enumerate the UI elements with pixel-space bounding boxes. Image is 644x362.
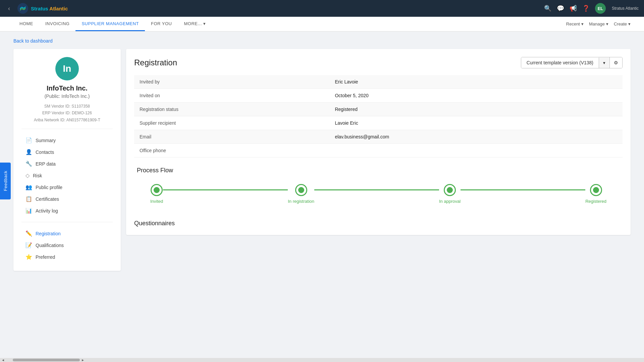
table-row: Invited on October 5, 2020 [134, 89, 623, 103]
recent-label: Recent [566, 21, 580, 26]
process-flow-title: Process Flow [137, 167, 620, 174]
flow-line-1 [163, 189, 288, 190]
flow-line-2 [314, 189, 439, 190]
flow-step-in-registration: In registration [288, 184, 314, 204]
logo-text: Stratus Atlantic [31, 6, 68, 11]
help-icon[interactable]: ❓ [582, 5, 590, 12]
template-dropdown-button[interactable]: ▾ [599, 58, 609, 68]
preferred-label: Preferred [36, 254, 55, 260]
template-chevron-icon: ▾ [603, 60, 605, 65]
sm-vendor-id: SM Vendor ID: S1107358 [21, 103, 113, 110]
sidebar-item-erp-data[interactable]: 🔧 ERP data [21, 158, 113, 170]
sidebar-item-preferred[interactable]: ⭐ Preferred [21, 251, 113, 263]
nav-for-you[interactable]: FOR YOU [145, 17, 178, 31]
scroll-right-arrow[interactable]: ▸ [80, 358, 86, 362]
sidebar-item-certificates[interactable]: 📋 Certificates [21, 193, 113, 205]
sidebar-item-contacts[interactable]: 👤 Contacts [21, 146, 113, 158]
chevron-down-icon: ▾ [203, 21, 206, 26]
sidebar-item-registration[interactable]: ✏️ Registration [21, 228, 113, 239]
field-invited-on: Invited on [134, 89, 329, 103]
value-invited-on: October 5, 2020 [329, 89, 623, 103]
field-registration-status: Registration status [134, 103, 329, 116]
scroll-bar-area[interactable]: ◂ ▸ [0, 358, 644, 362]
flow-circle-registered [590, 184, 602, 196]
process-flow-section: Process Flow Invited In registration [134, 167, 623, 210]
contacts-icon: 👤 [25, 149, 32, 155]
two-col-layout: In InfoTech Inc. (Public: InfoTech Inc.)… [13, 49, 631, 271]
activity-label: Activity log [36, 208, 58, 214]
logo-icon [17, 2, 29, 14]
table-row: Invited by Eric Lavoie [134, 75, 623, 89]
certificates-icon: 📋 [25, 196, 32, 202]
manage-dropdown[interactable]: Manage ▾ [589, 21, 608, 26]
table-row: Office phone [134, 144, 623, 158]
nav-invoicing[interactable]: INVOICING [39, 17, 75, 31]
field-office-phone: Office phone [134, 144, 329, 158]
flow-step-registered: Registered [585, 184, 606, 204]
sidebar-item-public-profile[interactable]: 👥 Public profile [21, 181, 113, 193]
flow-circle-in-approval [444, 184, 456, 196]
nav-home[interactable]: HOME [13, 17, 39, 31]
recent-dropdown[interactable]: Recent ▾ [566, 21, 584, 26]
top-bar-right: 🔍 💬 📢 ❓ EL Stratus Atlantic [544, 3, 639, 14]
right-panel-header: Registration Current template version (V… [134, 57, 623, 68]
value-registration-status: Registered [329, 103, 623, 116]
manage-label: Manage [589, 21, 605, 26]
right-panel: Registration Current template version (V… [126, 49, 631, 235]
feedback-label: Feedback [3, 171, 8, 191]
nav-more[interactable]: MORE... ▾ [178, 17, 212, 31]
contacts-label: Contacts [36, 149, 54, 155]
ariba-network-id: Ariba Network ID: AN01577861909-T [21, 117, 113, 123]
nav-more-label: MORE... [184, 21, 202, 26]
create-dropdown[interactable]: Create ▾ [614, 21, 631, 26]
certificates-label: Certificates [36, 196, 59, 202]
messages-icon[interactable]: 💬 [557, 5, 564, 12]
risk-label: Risk [33, 173, 42, 178]
erp-label: ERP data [36, 161, 56, 167]
sidebar-item-summary[interactable]: 📄 Summary [21, 134, 113, 146]
table-row: Email elav.business@gmail.com [134, 130, 623, 144]
company-avatar: In [55, 57, 79, 80]
broadcast-icon[interactable]: 📢 [570, 5, 577, 12]
summary-icon: 📄 [25, 137, 32, 143]
process-flow: Invited In registration [137, 181, 620, 210]
questionnaires-section: Questionnaires [134, 220, 623, 227]
field-email: Email [134, 130, 329, 144]
registration-label: Registration [36, 231, 61, 236]
qualifications-label: Qualifications [36, 243, 64, 248]
registration-icon: ✏️ [25, 230, 32, 237]
nav-supplier-management[interactable]: SUPPLIER MANAGEMENT [75, 17, 145, 31]
flow-step-invited: Invited [150, 184, 163, 204]
nav-back-arrow[interactable]: ‹ [5, 4, 13, 13]
qualifications-icon: 📝 [25, 242, 32, 248]
table-row: Registration status Registered [134, 103, 623, 116]
recent-chevron-icon: ▾ [581, 21, 584, 26]
user-avatar[interactable]: EL [595, 3, 606, 14]
top-bar-left: ‹ Stratus Atlantic [5, 2, 68, 14]
template-settings-button[interactable]: ⚙ [609, 57, 622, 68]
field-invited-by: Invited by [134, 75, 329, 89]
value-supplier-recipient: Lavoie Eric [329, 116, 623, 130]
sidebar-item-risk[interactable]: ◇ Risk [21, 170, 113, 181]
main-nav-items: HOME INVOICING SUPPLIER MANAGEMENT FOR Y… [13, 17, 212, 31]
sidebar-item-qualifications[interactable]: 📝 Qualifications [21, 239, 113, 251]
search-icon[interactable]: 🔍 [544, 5, 551, 12]
value-office-phone [329, 144, 623, 158]
left-panel: In InfoTech Inc. (Public: InfoTech Inc.)… [13, 49, 121, 271]
sidebar-item-activity-log[interactable]: 📊 Activity log [21, 205, 113, 217]
manage-chevron-icon: ▾ [606, 21, 608, 26]
feedback-button[interactable]: Feedback [0, 163, 11, 199]
scroll-left-arrow[interactable]: ◂ [0, 358, 6, 362]
svg-point-0 [17, 3, 28, 14]
scroll-handle[interactable] [13, 359, 80, 361]
logo: Stratus Atlantic [17, 2, 68, 14]
flow-label-in-registration: In registration [288, 199, 314, 204]
content-area: Back to dashboard In InfoTech Inc. (Publ… [0, 32, 644, 362]
flow-circle-in-registration [295, 184, 307, 196]
create-chevron-icon: ▾ [628, 21, 631, 26]
top-bar-icons: 🔍 💬 📢 ❓ EL [544, 3, 606, 14]
erp-icon: 🔧 [25, 161, 32, 167]
back-to-dashboard-link[interactable]: Back to dashboard [13, 38, 53, 44]
flow-label-in-approval: In approval [439, 199, 461, 204]
registration-table: Invited by Eric Lavoie Invited on Octobe… [134, 75, 623, 158]
